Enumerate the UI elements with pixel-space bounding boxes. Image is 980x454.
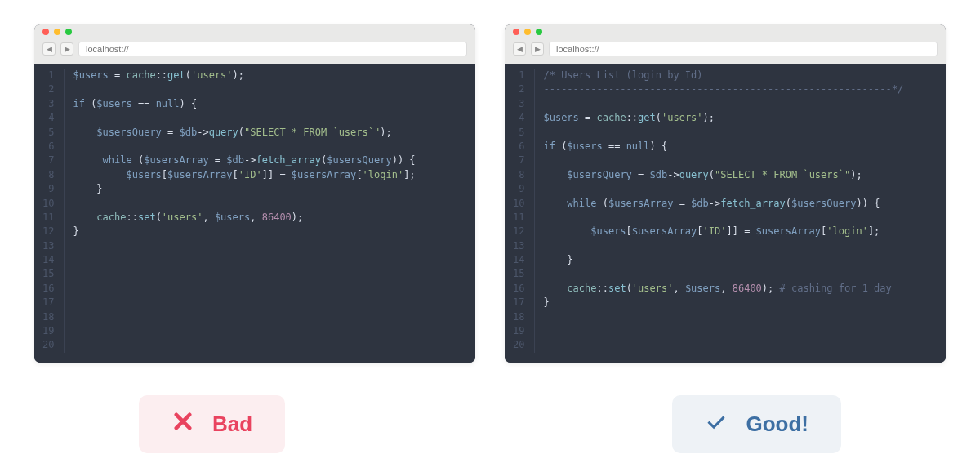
bad-label-text: Bad	[212, 412, 252, 437]
maximize-icon[interactable]	[65, 29, 72, 35]
code-content-bad: $users = cache::get('users'); if ($users…	[65, 69, 415, 353]
forward-button[interactable]: ▶	[60, 42, 74, 56]
window-titlebar	[34, 24, 475, 39]
close-icon[interactable]	[42, 29, 49, 35]
close-icon[interactable]	[513, 29, 519, 35]
minimize-icon[interactable]	[524, 29, 531, 35]
line-gutter: 1 2 3 4 5 6 7 8 9 10 11 12 13 14 15 16 1…	[34, 69, 65, 353]
maximize-icon[interactable]	[536, 29, 542, 35]
back-button[interactable]: ◀	[513, 42, 526, 56]
code-content-good: /* Users List (login by Id)-------------…	[535, 69, 903, 353]
address-bar[interactable]: localhost://	[78, 42, 467, 56]
good-label-text: Good!	[746, 412, 808, 437]
code-window-good: ◀ ▶ localhost:// 1 2 3 4 5 6 7 8 9 10 11…	[505, 24, 946, 363]
line-gutter: 1 2 3 4 5 6 7 8 9 10 11 12 13 14 15 16 1…	[505, 69, 535, 353]
forward-button[interactable]: ▶	[531, 42, 544, 56]
address-text: localhost://	[556, 44, 599, 54]
check-icon	[705, 410, 728, 438]
address-bar[interactable]: localhost://	[549, 42, 938, 56]
back-button[interactable]: ◀	[42, 42, 56, 56]
comparison-labels: Bad Good!	[33, 395, 947, 453]
code-editor-bad: 1 2 3 4 5 6 7 8 9 10 11 12 13 14 15 16 1…	[34, 64, 475, 363]
code-window-bad: ◀ ▶ localhost:// 1 2 3 4 5 6 7 8 9 10 11…	[34, 24, 475, 363]
address-text: localhost://	[86, 44, 129, 54]
code-editor-good: 1 2 3 4 5 6 7 8 9 10 11 12 13 14 15 16 1…	[505, 64, 946, 363]
browser-navbar: ◀ ▶ localhost://	[34, 39, 475, 64]
cross-icon	[172, 410, 194, 438]
good-badge: Good!	[672, 395, 841, 453]
minimize-icon[interactable]	[54, 29, 60, 35]
bad-badge: Bad	[139, 395, 285, 453]
browser-navbar: ◀ ▶ localhost://	[505, 39, 946, 64]
window-titlebar	[505, 24, 946, 39]
